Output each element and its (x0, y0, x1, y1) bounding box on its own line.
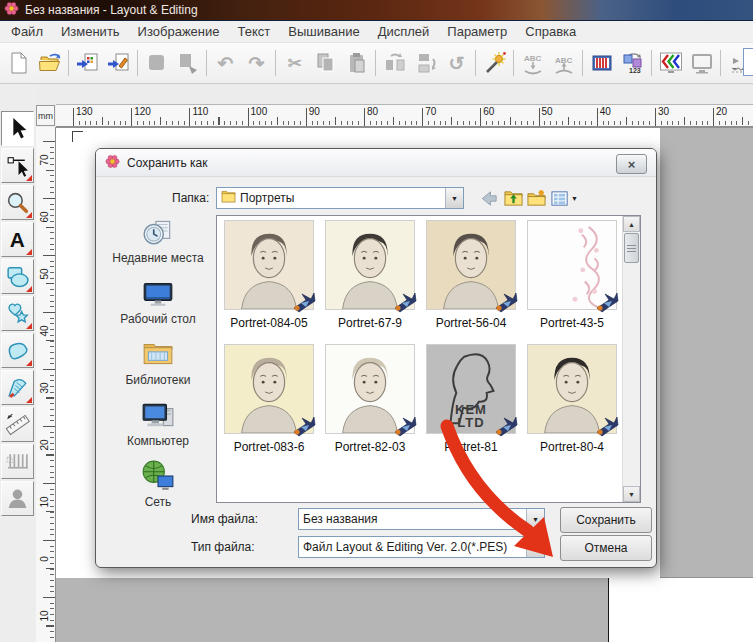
application-window: Без названия - Layout & Editing ФайлИзме… (0, 0, 753, 642)
file-item[interactable]: Portret-43-5 (524, 220, 620, 344)
text-arc-down-button[interactable]: ABC (517, 47, 548, 79)
close-button[interactable]: × (616, 154, 647, 174)
menu-item[interactable]: Файл (2, 22, 52, 41)
ruler-unit-box: mm (36, 105, 55, 126)
file-thumbnail (224, 220, 314, 310)
sewing-order-button[interactable]: 123 (617, 47, 648, 79)
window-title: Без названия - Layout & Editing (25, 3, 198, 17)
file-item[interactable]: Portret-083-6 (221, 344, 317, 468)
basic-shapes-tool-button[interactable] (1, 259, 34, 294)
cut-button[interactable]: ✂ (279, 47, 310, 79)
places-item[interactable]: Рабочий стол (120, 276, 195, 326)
ruler-number: 60 (36, 198, 55, 255)
toolbar-separator (375, 50, 376, 76)
free-shape-tool-button[interactable] (1, 333, 34, 368)
select-tool-button[interactable] (1, 111, 34, 146)
zoom-tool-button[interactable] (1, 185, 34, 220)
save-confirm-button[interactable]: Сохранить (560, 507, 652, 533)
filename-combobox[interactable]: Без названия ▼ (298, 508, 545, 530)
menu-item[interactable]: Текст (229, 22, 280, 41)
places-item[interactable]: Библиотеки (125, 337, 190, 387)
up-one-level-button[interactable] (503, 188, 524, 209)
thread-palette-button[interactable] (586, 47, 617, 79)
dialog-title-bar[interactable]: Сохранить как (96, 149, 656, 177)
image-to-stitch-wizard-button[interactable] (103, 47, 134, 79)
computer-icon (141, 398, 175, 432)
file-item[interactable]: Portret-67-9 (322, 220, 418, 344)
filetype-combobox[interactable]: Файл Layout & Editing Ver. 2.0(*.PES) ▼ (298, 536, 545, 558)
folder-combobox[interactable]: Портреты ▼ (216, 187, 464, 209)
back-button[interactable] (479, 188, 500, 209)
places-item[interactable]: Недавние места (112, 215, 203, 265)
undo-button[interactable]: ↶ (210, 47, 241, 79)
ruler-number: 30 (36, 369, 55, 426)
tool-palette: A (0, 84, 36, 642)
rotate-button[interactable]: ↺ (441, 47, 472, 79)
export-button[interactable] (172, 47, 203, 79)
ruler-number: 0 (36, 540, 55, 597)
manual-punch-tool-button[interactable] (1, 370, 34, 405)
new-file-button[interactable] (3, 47, 34, 79)
import-image-button[interactable] (72, 47, 103, 79)
flip-horizontal-button[interactable] (379, 47, 410, 79)
horizontal-ruler: 1301201101009080706050403020 (56, 104, 753, 127)
magic-wand-button[interactable] (479, 47, 510, 79)
ruler-number: 50 (36, 255, 55, 312)
page-corner-mark (72, 131, 83, 142)
file-item[interactable]: Portret-084-05 (221, 220, 317, 344)
pasteboard-right (660, 128, 753, 578)
filename-label: Имя файла: (191, 512, 258, 526)
portrait-tool-button[interactable] (1, 481, 34, 516)
menu-item[interactable]: Изменить (52, 22, 129, 41)
text-tool-button[interactable]: A (1, 222, 34, 257)
flip-vertical-button[interactable] (410, 47, 441, 79)
folder-value: Портреты (240, 191, 441, 205)
toolbar-separator (720, 50, 721, 76)
cancel-button[interactable]: Отмена (560, 535, 652, 561)
ruler-number: 20 (36, 426, 55, 483)
ruler-number: 10 (36, 483, 55, 540)
file-name: Portret-43-5 (540, 316, 604, 330)
places-item-label: Библиотеки (125, 374, 190, 387)
places-item[interactable]: Компьютер (127, 398, 189, 448)
scroll-down-button[interactable]: ▼ (623, 486, 640, 502)
point-edit-tool-button[interactable] (1, 148, 34, 183)
menu-item[interactable]: Параметр (438, 22, 516, 41)
redo-button[interactable]: ↷ (241, 47, 272, 79)
measure-tool-button[interactable] (1, 407, 34, 442)
clipped-toolbar-button[interactable] (743, 48, 753, 76)
file-item[interactable]: Portret-56-04 (423, 220, 519, 344)
copy-button[interactable] (310, 47, 341, 79)
folder-dropdown-button[interactable]: ▼ (445, 188, 463, 208)
realistic-view-button[interactable] (655, 47, 686, 79)
stitch-edit-tool-button[interactable] (1, 444, 34, 479)
menu-item[interactable]: Вышивание (279, 22, 368, 41)
open-file-button[interactable] (34, 47, 65, 79)
places-item[interactable]: Сеть (141, 459, 175, 509)
file-thumbnail: KEM LTD (426, 344, 516, 434)
new-folder-button[interactable] (526, 188, 547, 209)
ruler-number: 60 (480, 105, 538, 126)
file-item[interactable]: Portret-82-03 (322, 344, 418, 468)
menu-item[interactable]: Дисплей (369, 22, 439, 41)
file-name: Portret-82-03 (335, 440, 406, 454)
toolbar-separator (275, 50, 276, 76)
view-menu-button[interactable]: ▼ (549, 188, 580, 209)
save-button[interactable] (141, 47, 172, 79)
filename-dropdown-button[interactable]: ▼ (526, 509, 544, 529)
menu-item[interactable]: Изображение (129, 22, 229, 41)
ruler-number: 30 (655, 105, 713, 126)
menu-item[interactable]: Справка (516, 22, 585, 41)
outline-shapes-tool-button[interactable] (1, 296, 34, 331)
text-arc-up-button[interactable]: ABC (548, 47, 579, 79)
filetype-dropdown-button[interactable]: ▼ (526, 537, 544, 557)
paste-button[interactable] (341, 47, 372, 79)
preview-button[interactable] (686, 47, 717, 79)
scrollbar-thumb[interactable] (624, 233, 639, 263)
title-bar[interactable]: Без названия - Layout & Editing (0, 0, 753, 21)
file-thumbnail (224, 344, 314, 434)
file-list-scrollbar[interactable]: ▲ ▼ (622, 216, 640, 502)
file-item[interactable]: KEM LTD Portret-81 (423, 344, 519, 468)
file-item[interactable]: Portret-80-4 (524, 344, 620, 468)
scroll-up-button[interactable]: ▲ (623, 216, 640, 232)
